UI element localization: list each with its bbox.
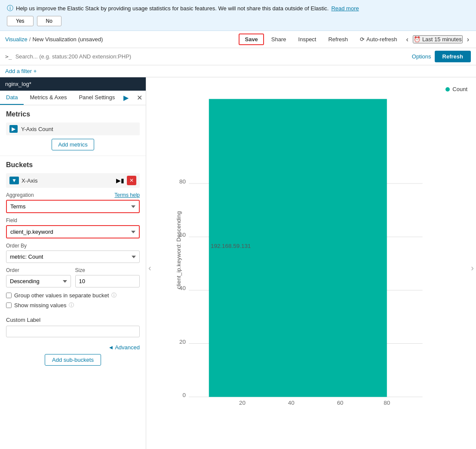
aggregation-field-row: Aggregation Terms help Terms (6, 192, 140, 213)
nav-next-arrow[interactable]: › (465, 35, 471, 44)
size-label: Size (75, 267, 140, 273)
search-bar: >_ Options Refresh (0, 48, 476, 65)
chart-legend: Count (445, 86, 467, 92)
filter-bar: Add a filter + (0, 65, 476, 77)
buckets-title: Buckets (6, 161, 140, 169)
aggregation-select[interactable]: Terms (6, 200, 140, 213)
advanced-row: ◄ Advanced (0, 342, 146, 354)
aggregation-label: Aggregation (6, 192, 34, 198)
order-label: Order (6, 267, 71, 273)
options-button[interactable]: Options (412, 53, 431, 60)
x-axis-bucket-label: X-Axis (21, 177, 114, 184)
svg-text:80: 80 (384, 400, 390, 406)
show-missing-checkbox-row: Show missing values ⓘ (6, 302, 140, 309)
bucket-expand-icon: ▼ (9, 177, 19, 184)
svg-text:20: 20 (239, 400, 246, 406)
svg-text:20: 20 (179, 339, 186, 345)
add-subbuckets-row: Add sub-buckets (0, 354, 146, 372)
svg-text:0: 0 (182, 392, 185, 398)
order-by-row: Order By metric: Count (6, 243, 140, 263)
svg-text:client_ip.keyword: Descending: client_ip.keyword: Descending (175, 211, 182, 289)
svg-text:60: 60 (337, 400, 344, 406)
info-icon: ⓘ (7, 4, 13, 12)
chart-svg: 0 20 40 60 80 20 40 60 80 Count (159, 95, 455, 406)
tab-data[interactable]: Data (0, 91, 24, 105)
y-axis-metric[interactable]: ▶ Y-Axis Count (6, 122, 140, 135)
custom-label-title: Custom Label (6, 317, 140, 323)
add-metrics-button[interactable]: Add metrics (52, 139, 94, 150)
share-button[interactable]: Share (267, 34, 291, 45)
group-other-label: Group other values in separate bucket (14, 292, 109, 299)
field-select[interactable]: client_ip.keyword (6, 225, 140, 238)
legend-label: Count (452, 86, 467, 92)
no-button[interactable]: No (37, 16, 61, 26)
bucket-delete-button[interactable]: ✕ (127, 176, 136, 185)
group-other-checkbox-row: Group other values in separate bucket ⓘ (6, 292, 140, 299)
refresh-button[interactable]: Refresh (323, 34, 353, 45)
show-missing-label: Show missing values (14, 302, 66, 308)
breadcrumb-separator: / (29, 36, 31, 43)
close-panel-button[interactable]: ✕ (133, 92, 146, 104)
field-label: Field (6, 217, 17, 223)
advanced-link[interactable]: ◄ Advanced (108, 344, 140, 351)
order-by-label: Order By (6, 243, 27, 249)
svg-text:40: 40 (288, 400, 295, 406)
group-other-help-icon[interactable]: ⓘ (111, 292, 117, 299)
metrics-section: Metrics ▶ Y-Axis Count Add metrics (0, 105, 146, 156)
chart-nav-left[interactable]: ‹ (148, 263, 151, 272)
clock-icon: ⏰ (414, 36, 421, 43)
terms-help-link[interactable]: Terms help (114, 192, 140, 198)
right-panel: Count ‹ › 0 20 40 60 80 (146, 77, 476, 449)
custom-label-section: Custom Label (0, 317, 146, 342)
chart-nav-right[interactable]: › (471, 263, 474, 272)
read-more-link[interactable]: Read more (331, 5, 359, 12)
order-col: Order Descending (6, 267, 71, 287)
order-select[interactable]: Descending (6, 275, 71, 287)
show-missing-checkbox[interactable] (6, 302, 12, 308)
breadcrumb: Visualize / New Visualization (unsaved) (5, 36, 103, 43)
tab-metrics-axes[interactable]: Metrics & Axes (24, 91, 73, 105)
tab-bar: Data Metrics & Axes Panel Settings ▶ ✕ (0, 91, 146, 105)
index-name: nginx_log* (5, 81, 31, 87)
buckets-section: Buckets ▼ X-Axis ▶▮ ✕ Aggregation Terms … (0, 156, 146, 317)
metrics-title: Metrics (6, 110, 140, 118)
svg-text:192.168.59.131: 192.168.59.131 (211, 243, 251, 249)
inspect-button[interactable]: Inspect (294, 34, 321, 45)
group-other-checkbox[interactable] (6, 293, 12, 298)
x-axis-bucket: ▼ X-Axis ▶▮ ✕ (6, 173, 140, 188)
banner-buttons: Yes No (7, 16, 469, 26)
search-prompt: >_ (5, 53, 12, 60)
show-missing-help-icon[interactable]: ⓘ (69, 302, 74, 309)
search-input[interactable] (15, 53, 408, 60)
bucket-toggle-button[interactable]: ▶▮ (116, 177, 124, 184)
index-header: nginx_log* (0, 77, 146, 91)
main-content: nginx_log* Data Metrics & Axes Panel Set… (0, 77, 476, 449)
breadcrumb-current: New Visualization (unsaved) (32, 36, 103, 43)
time-picker-button[interactable]: ⏰ Last 15 minutes (413, 35, 463, 43)
size-col: Size (75, 267, 140, 287)
breadcrumb-visualize[interactable]: Visualize (5, 36, 28, 43)
tab-panel-settings[interactable]: Panel Settings (73, 91, 121, 105)
size-input[interactable] (75, 275, 140, 287)
left-panel: nginx_log* Data Metrics & Axes Panel Set… (0, 77, 146, 449)
field-row: Field client_ip.keyword (6, 217, 140, 238)
refresh-icon: ⟳ (360, 36, 365, 43)
yes-button[interactable]: Yes (7, 16, 34, 26)
y-axis-label: Y-Axis Count (21, 126, 53, 132)
nav-prev-arrow[interactable]: ‹ (405, 35, 410, 44)
save-button[interactable]: Save (239, 34, 264, 45)
order-by-select[interactable]: metric: Count (6, 250, 140, 263)
info-banner: ⓘ Help us improve the Elastic Stack by p… (0, 0, 476, 31)
custom-label-input[interactable] (6, 326, 140, 337)
order-size-row: Order Descending Size (6, 267, 140, 287)
top-nav: Visualize / New Visualization (unsaved) … (0, 31, 476, 48)
chart-container: Count ‹ › 0 20 40 60 80 (146, 77, 476, 449)
run-button[interactable]: ▶ (121, 92, 131, 104)
add-subbuckets-button[interactable]: Add sub-buckets (45, 354, 101, 366)
add-filter-button[interactable]: Add a filter + (5, 68, 37, 74)
banner-text: ⓘ Help us improve the Elastic Stack by p… (7, 4, 469, 12)
metric-expand-icon: ▶ (9, 125, 18, 133)
svg-text:80: 80 (179, 178, 186, 185)
search-refresh-button[interactable]: Refresh (435, 51, 471, 62)
auto-refresh-button[interactable]: ⟳ Auto-refresh (355, 34, 402, 45)
